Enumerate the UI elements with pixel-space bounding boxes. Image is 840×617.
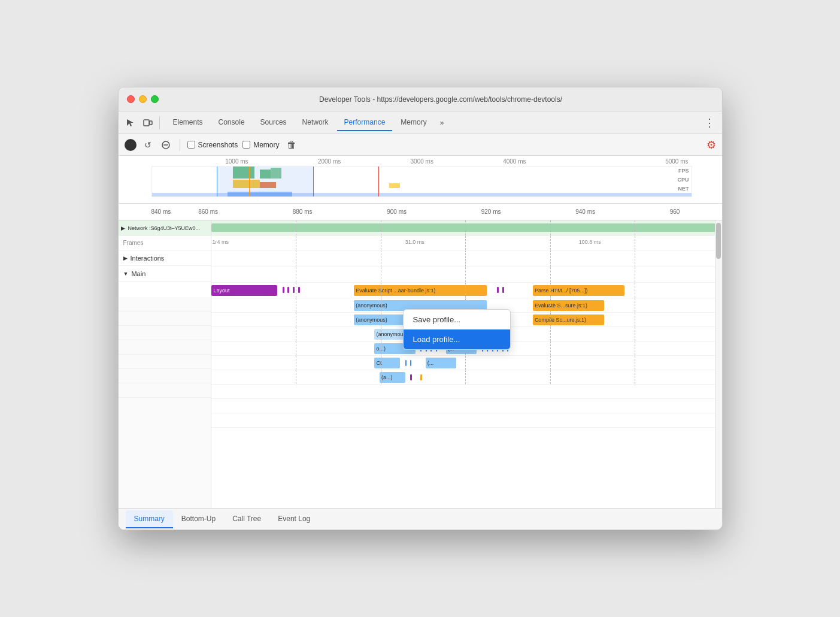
interactions-track — [211, 250, 722, 267]
frames-val-3: 100.8 ms — [579, 239, 601, 245]
timeline-overview: 1000 ms 2000 ms 3000 ms 4000 ms 5000 ms — [119, 156, 722, 204]
devtools-window: Developer Tools - https://developers.goo… — [118, 87, 723, 530]
frames-label-row[interactable]: Frames — [119, 236, 211, 250]
dline-4 — [550, 220, 551, 235]
tick-1: 860 ms — [198, 208, 293, 215]
settings-icon[interactable]: ⚙ — [706, 139, 716, 151]
screenshots-input[interactable] — [187, 141, 195, 149]
ruler-mark-2: 2000 ms — [318, 158, 411, 165]
interactions-label-row[interactable]: ▶ Interactions — [119, 250, 211, 266]
callstack-row-5 — [119, 355, 211, 369]
record-button[interactable] — [125, 139, 137, 151]
cs1dline-4 — [550, 298, 551, 312]
bottom-tabs: Summary Bottom-Up Call Tree Event Log — [119, 508, 722, 530]
mbar-a2 — [420, 374, 422, 380]
reload-icon[interactable]: ↺ — [141, 138, 154, 152]
cs6dline-2 — [381, 370, 381, 384]
main-label-row[interactable]: ▼ Main — [119, 266, 211, 282]
tab-summary[interactable]: Summary — [126, 510, 173, 528]
cs6dline-5 — [635, 370, 635, 384]
tab-memory[interactable]: Memory — [393, 114, 433, 131]
tab-bottom-up[interactable]: Bottom-Up — [173, 510, 224, 528]
cpu-axis-label: CPU — [677, 177, 689, 183]
mbar-4 — [298, 287, 300, 293]
empty-track-1 — [211, 385, 722, 399]
cs1dline-5 — [635, 298, 635, 312]
compile-sc-bar: Compile Sc...ure.js:1) — [533, 314, 604, 325]
traffic-lights — [127, 95, 159, 103]
tab-event-log[interactable]: Event Log — [269, 510, 319, 528]
memory-checkbox[interactable]: Memory — [242, 141, 279, 149]
cs2dline-2 — [381, 313, 381, 326]
tick-5: 940 ms — [575, 208, 670, 215]
window-title: Developer Tools - https://developers.goo… — [168, 95, 714, 104]
svg-rect-0 — [144, 120, 149, 126]
tab-bar-icons — [123, 116, 160, 129]
idline-2 — [381, 250, 381, 267]
interactions-label: Interactions — [131, 255, 165, 262]
tab-sources[interactable]: Sources — [253, 114, 294, 131]
mbar-ct1 — [405, 360, 407, 366]
mbar-a1 — [410, 374, 412, 380]
fdline-1 — [296, 236, 296, 250]
ruler-mark-4: 4000 ms — [503, 158, 596, 165]
fdline-3 — [465, 236, 466, 250]
maximize-button[interactable] — [151, 95, 159, 103]
network-bar-bg — [211, 223, 722, 232]
paren-bar-2: (... — [426, 358, 456, 368]
callstack-row-4 — [119, 340, 211, 355]
cs5dline-1 — [296, 356, 296, 370]
layout-label-row — [119, 282, 211, 297]
cs5dline-3 — [465, 356, 466, 370]
network-section-label[interactable]: ▶ Network :S6g4U3t–Y5UEw0... — [119, 220, 211, 236]
mdline-1 — [296, 267, 296, 282]
cursor-icon[interactable] — [123, 116, 137, 129]
toolbar-right: ⚙ — [706, 138, 716, 152]
lldline-5 — [635, 283, 635, 298]
minimize-button[interactable] — [139, 95, 147, 103]
close-button[interactable] — [127, 95, 135, 103]
screenshots-checkbox[interactable]: Screenshots — [187, 141, 238, 149]
ct-bar: Ct — [374, 358, 400, 368]
mdline-5 — [635, 267, 635, 282]
trash-icon[interactable]: 🗑 — [287, 140, 296, 150]
ruler-mark-5: 5000 ms — [596, 158, 717, 165]
device-toggle-icon[interactable] — [141, 116, 154, 129]
detail-ruler: 840 ms 860 ms 880 ms 900 ms 920 ms 940 m… — [119, 204, 722, 220]
frames-val-2: 31.0 ms — [405, 239, 424, 245]
cs6dline-4 — [550, 370, 551, 384]
mdline-2 — [381, 267, 381, 282]
tick-3: 900 ms — [387, 208, 481, 215]
idline-5 — [635, 250, 635, 267]
tab-console[interactable]: Console — [211, 114, 252, 131]
tab-network[interactable]: Network — [295, 114, 336, 131]
scrollbar-thumb[interactable] — [716, 223, 721, 259]
dline-2 — [381, 220, 381, 235]
cs2dline-1 — [296, 313, 296, 326]
memory-input[interactable] — [242, 141, 250, 149]
clear-icon[interactable] — [159, 138, 172, 152]
evaluate-script-bar: Evaluate Script ...aar-bundle.js:1) — [354, 285, 487, 296]
lldline-1 — [296, 283, 296, 298]
tab-elements[interactable]: Elements — [166, 114, 210, 131]
fdline-4 — [550, 236, 551, 250]
tab-performance[interactable]: Performance — [337, 114, 393, 131]
kebab-menu-icon[interactable]: ⋮ — [702, 115, 717, 131]
callstack-row-6 — [119, 369, 211, 383]
load-profile-item[interactable]: Load profile... — [404, 329, 510, 349]
idline-4 — [550, 250, 551, 267]
cs2dline-4 — [550, 313, 551, 326]
tab-more[interactable]: » — [435, 116, 449, 129]
tick-2: 880 ms — [293, 208, 387, 215]
tab-call-tree[interactable]: Call Tree — [224, 510, 269, 528]
lldline-3 — [465, 283, 466, 298]
cs4dline-4 — [550, 341, 551, 355]
network-label-text: Network :S6g4U3t–Y5UEw0... — [128, 225, 201, 231]
eval-s-bar: Evaluate S...sure.js:1) — [533, 300, 604, 311]
network-track — [211, 220, 722, 236]
net-axis-label: NET — [678, 186, 689, 192]
save-profile-item[interactable]: Save profile... — [404, 310, 510, 329]
ruler-mark-3: 3000 ms — [411, 158, 504, 165]
empty-track-2 — [211, 399, 722, 413]
vertical-scrollbar[interactable] — [715, 220, 722, 508]
